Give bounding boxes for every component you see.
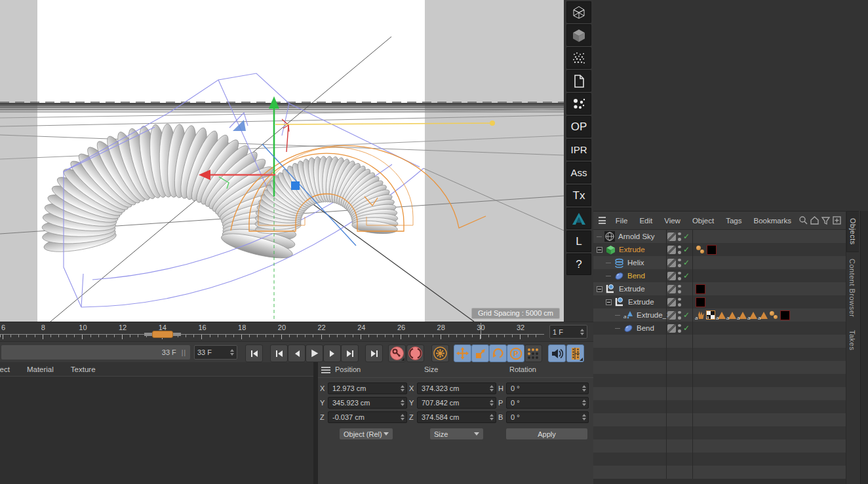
layer-toggle-icon[interactable] [667, 259, 676, 267]
layer-toggle-icon[interactable] [667, 233, 676, 241]
visibility-dots-icon[interactable] [678, 246, 681, 254]
phong-tag[interactable] [696, 245, 705, 254]
extrude-anim-icon[interactable]: a [623, 310, 633, 320]
prev-key-button[interactable] [270, 344, 288, 362]
animation-tag[interactable] [717, 310, 726, 320]
noise-button[interactable] [566, 47, 591, 69]
animation-tag[interactable] [738, 310, 747, 320]
ass-button[interactable]: Ass [566, 162, 591, 183]
phong-tag[interactable] [769, 310, 779, 320]
spinner-arrows-icon[interactable] [580, 400, 586, 406]
render-preview-button[interactable] [566, 344, 584, 362]
layer-toggle-icon[interactable] [667, 298, 676, 307]
menu-select[interactable]: lect [0, 365, 10, 373]
spinner-arrows-icon[interactable] [398, 385, 404, 392]
timeline-ruler[interactable]: 1 F 68101214161820222426283032 [0, 322, 593, 341]
layer-toggle-icon[interactable] [667, 272, 676, 280]
license-button[interactable]: L [566, 231, 591, 252]
object-name[interactable]: Bend [627, 272, 645, 280]
tab-takes[interactable]: Takes [846, 324, 858, 357]
arnold-sky-icon[interactable] [604, 231, 615, 242]
snap-settings-button[interactable] [524, 344, 542, 362]
animation-tag[interactable] [759, 310, 768, 320]
object-row-arnold-sky[interactable]: Arnold Sky✓ [593, 230, 846, 243]
menu-view[interactable]: View [658, 217, 686, 225]
bend-icon[interactable] [623, 323, 633, 333]
scale-tool-button[interactable] [471, 344, 489, 362]
visibility-dots-icon[interactable] [678, 311, 681, 320]
menu-texture[interactable]: Texture [71, 365, 96, 373]
goto-start-button[interactable] [245, 344, 263, 362]
home-icon[interactable] [810, 215, 819, 226]
spinner-arrows-icon[interactable] [487, 414, 494, 420]
collapse-toggle-icon[interactable] [597, 247, 602, 253]
object-name[interactable]: Extrude [619, 285, 645, 293]
autokey-button[interactable] [406, 344, 424, 362]
search-icon[interactable] [799, 215, 808, 226]
panel-menu-icon[interactable] [599, 217, 606, 224]
preview-end-field[interactable]: 1 F [549, 325, 587, 339]
position-z-field[interactable]: -0.037 cm [328, 411, 407, 423]
align-tag[interactable] [696, 310, 705, 320]
enabled-check-icon[interactable]: ✓ [683, 246, 691, 253]
layer-toggle-icon[interactable] [667, 324, 676, 333]
menu-edit[interactable]: Edit [633, 217, 658, 225]
texture-tag[interactable] [707, 245, 717, 255]
arnold-button[interactable] [566, 208, 591, 229]
object-row-helix[interactable]: Helix✓ [593, 256, 846, 269]
object-row-extrude[interactable]: Extrude✓ [593, 243, 846, 256]
collapsed-panel-edge[interactable] [860, 211, 868, 484]
record-keyframe-button[interactable] [388, 344, 406, 362]
panel-divider[interactable] [313, 362, 318, 484]
rotation-b-field[interactable]: 0 ° [506, 411, 589, 423]
visibility-dots-icon[interactable] [678, 285, 681, 293]
visibility-dots-icon[interactable] [678, 272, 681, 280]
object-row-extrude[interactable]: Extrude [593, 282, 846, 295]
visibility-dots-icon[interactable] [678, 324, 681, 333]
object-row-extrude_3[interactable]: aExtrude_3✓ [593, 308, 846, 322]
op-button[interactable]: OP [566, 116, 591, 138]
play-button[interactable] [306, 344, 323, 362]
object-row-extrude[interactable]: Extrude [593, 295, 846, 308]
object-name[interactable]: Arnold Sky [618, 233, 655, 240]
enabled-check-icon[interactable]: ✓ [683, 311, 691, 319]
coordinate-mode-dropdown[interactable]: Object (Rel) [340, 428, 393, 439]
size-y-field[interactable]: 707.842 cm [417, 397, 496, 409]
extrude-green-icon[interactable] [605, 244, 616, 255]
enabled-check-icon[interactable]: ✓ [683, 233, 691, 240]
spinner-arrows-icon[interactable] [398, 414, 404, 420]
spinner-arrows-icon[interactable] [578, 329, 584, 335]
tab-objects[interactable]: Objects [846, 211, 859, 252]
z-axis-handle[interactable] [291, 181, 300, 190]
sound-button[interactable] [548, 344, 566, 362]
particles-button[interactable] [566, 93, 591, 115]
next-frame-button[interactable] [323, 344, 341, 362]
collapse-toggle-icon[interactable] [597, 286, 602, 292]
size-mode-dropdown[interactable]: Size [430, 428, 483, 439]
size-z-field[interactable]: 374.584 cm [417, 411, 496, 423]
menu-bookmarks[interactable]: Bookmarks [747, 217, 797, 225]
spinner-arrows-icon[interactable] [227, 349, 234, 356]
menu-file[interactable]: File [610, 217, 634, 225]
position-y-field[interactable]: 345.923 cm [328, 397, 407, 409]
shaded-cube-button[interactable] [566, 24, 591, 46]
rotation-h-field[interactable]: 0 ° [506, 382, 589, 394]
visibility-dots-icon[interactable] [678, 298, 681, 307]
object-row-bend[interactable]: Bend✓ [593, 322, 846, 335]
range-slider-grip[interactable]: || [182, 349, 186, 356]
helix-icon[interactable] [614, 257, 624, 268]
animation-tag[interactable] [748, 310, 757, 320]
keying-settings-button[interactable] [431, 344, 449, 362]
move-tool-button[interactable] [454, 344, 471, 362]
bend-icon[interactable] [614, 270, 624, 281]
object-row-bend[interactable]: Bend✓ [593, 269, 846, 282]
layer-toggle-icon[interactable] [667, 285, 676, 293]
add-layer-icon[interactable] [832, 215, 842, 226]
goto-end-button[interactable] [365, 344, 383, 362]
ipr-button[interactable]: IPR [566, 139, 591, 160]
collapse-toggle-icon[interactable] [606, 299, 612, 305]
layer-toggle-icon[interactable] [667, 311, 676, 320]
filter-icon[interactable] [821, 215, 831, 226]
object-name[interactable]: Bend [637, 324, 654, 332]
menu-material[interactable]: Material [27, 365, 54, 373]
